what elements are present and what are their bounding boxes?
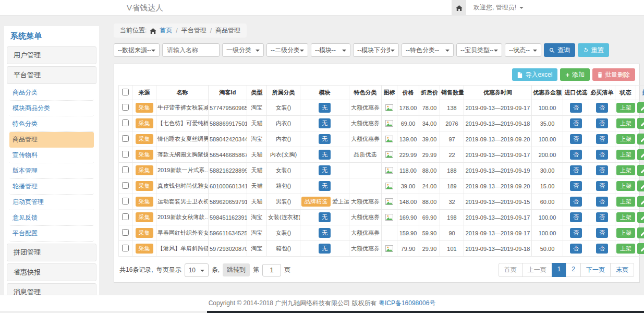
pagination-page-2[interactable]: 2 [566,263,581,277]
filter-select-status[interactable]: --状态-- [505,43,541,57]
jump-to-button[interactable]: 跳转到 [223,263,250,276]
must-buy-toggle[interactable]: 否 [596,150,608,160]
name-search-input[interactable] [162,43,220,57]
per-page-select-control[interactable]: 10 [185,264,208,276]
must-buy-toggle[interactable]: 否 [596,103,608,113]
sidebar-group[interactable]: 消息管理 [7,283,96,295]
status-button[interactable]: 上架 [616,165,635,175]
import-select-toggle[interactable]: 否 [570,228,582,238]
import-excel-button[interactable]: 导入excel [512,68,557,81]
icp-link[interactable]: 粤ICP备16098006号 [379,299,435,307]
sidebar-item[interactable]: 模块商品分类 [9,101,94,116]
import-select-toggle[interactable]: 否 [570,165,582,175]
edit-button[interactable] [637,227,644,238]
import-select-toggle[interactable]: 否 [570,118,582,128]
home-shortcut-button[interactable] [452,0,466,15]
sidebar-item[interactable]: 商品分类 [9,85,94,101]
edit-button[interactable] [637,118,644,129]
status-button[interactable]: 上架 [616,118,635,128]
must-buy-toggle[interactable]: 否 [596,197,608,207]
status-button[interactable]: 上架 [616,181,635,191]
must-buy-toggle[interactable]: 否 [596,228,608,238]
import-select-toggle[interactable]: 否 [570,212,582,222]
pagination-last[interactable]: 末页 [610,263,634,277]
filter-select-module[interactable]: --模块-- [311,43,350,57]
edit-button[interactable] [637,196,644,207]
must-buy-toggle[interactable]: 否 [596,118,608,128]
sidebar-item[interactable]: 版本管理 [9,163,94,179]
filter-select-level1-control[interactable]: 一级分类 [223,44,263,56]
sidebar-item[interactable]: 商品管理 [9,132,94,148]
row-checkbox[interactable] [122,119,129,126]
must-buy-toggle[interactable]: 否 [596,181,608,191]
status-button[interactable]: 上架 [616,244,635,254]
import-select-toggle[interactable]: 否 [570,150,582,160]
status-button[interactable]: 上架 [616,197,635,207]
row-checkbox[interactable] [122,229,129,236]
sidebar-group[interactable]: 拼团管理 [7,244,96,261]
edit-button[interactable] [637,134,644,145]
edit-button[interactable] [637,102,644,113]
import-select-toggle[interactable]: 否 [570,197,582,207]
row-checkbox[interactable] [122,166,129,173]
row-checkbox[interactable] [122,151,129,158]
sidebar-item[interactable]: 特色分类 [9,116,94,132]
must-buy-toggle[interactable]: 否 [596,244,608,254]
filter-select-module_sub-control[interactable]: --模块下分类-- [354,44,398,56]
filter-select-data_source-control[interactable]: --数据来源-- [114,44,159,56]
edit-button[interactable] [637,180,644,191]
filter-select-feature[interactable]: --特色分类-- [402,43,454,57]
must-buy-toggle[interactable]: 否 [596,134,608,144]
pagination-first[interactable]: 首页 [499,263,523,277]
pagination-next[interactable]: 下一页 [580,263,611,277]
import-select-toggle[interactable]: 否 [570,134,582,144]
sidebar-item[interactable]: 意见反馈 [9,210,94,226]
user-menu[interactable]: 欢迎您, 管理员! [473,3,524,12]
reset-button[interactable]: 重置 [578,43,609,57]
import-select-toggle[interactable]: 否 [570,103,582,113]
filter-select-item_type[interactable]: --宝贝类型-- [456,43,502,57]
must-buy-toggle[interactable]: 否 [596,212,608,222]
breadcrumb-home-link[interactable]: 首页 [160,26,172,35]
sidebar-group[interactable]: 平台管理 [7,66,96,84]
status-button[interactable]: 上架 [616,212,635,222]
filter-select-level2-control[interactable]: --二级分类-- [267,44,308,56]
sidebar-group[interactable]: 用户管理 [7,46,96,64]
sidebar-item[interactable]: 启动页管理 [9,195,94,210]
add-button[interactable]: + 添加 [560,68,590,81]
batch-delete-button[interactable]: 批量删除 [592,68,635,81]
edit-button[interactable] [637,165,644,176]
search-button[interactable]: 查询 [544,43,575,57]
must-buy-toggle[interactable]: 否 [596,165,608,175]
row-checkbox[interactable] [122,135,129,142]
filter-select-status-control[interactable]: --状态-- [505,44,541,56]
pagination-page-1[interactable]: 1 [552,263,567,277]
filter-select-feature-control[interactable]: --特色分类-- [402,44,453,56]
page-number-input[interactable] [262,264,281,276]
filter-select-data_source[interactable]: --数据来源-- [114,43,160,57]
status-button[interactable]: 上架 [616,103,635,113]
pagination-prev[interactable]: 上一页 [522,263,552,277]
status-button[interactable]: 上架 [616,134,635,144]
sidebar-item[interactable]: 平台配置 [9,226,94,242]
filter-select-module-control[interactable]: --模块-- [311,44,350,56]
edit-button[interactable] [637,243,644,254]
row-checkbox[interactable] [122,213,129,220]
sidebar-item[interactable]: 轮播管理 [9,179,94,195]
status-button[interactable]: 上架 [616,150,635,160]
filter-select-level1[interactable]: 一级分类 [222,43,264,57]
row-checkbox[interactable] [122,104,129,111]
row-checkbox[interactable] [122,198,129,204]
row-checkbox[interactable] [122,182,129,189]
filter-select-module_sub[interactable]: --模块下分类-- [353,43,399,57]
per-page-select[interactable]: 10 [185,263,209,277]
select-all-checkbox[interactable] [122,89,129,95]
sidebar-item[interactable]: 宣传物料 [9,148,94,163]
status-button[interactable]: 上架 [616,228,635,238]
filter-select-level2[interactable]: --二级分类-- [266,43,308,57]
edit-button[interactable] [637,212,644,223]
import-select-toggle[interactable]: 否 [570,244,582,254]
edit-button[interactable] [637,149,644,160]
import-select-toggle[interactable]: 否 [570,181,582,191]
row-checkbox[interactable] [122,245,129,251]
